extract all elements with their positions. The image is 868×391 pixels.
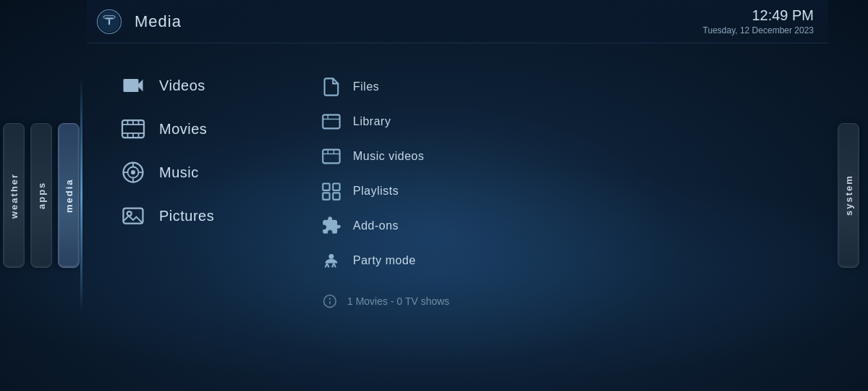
submenu-item-files[interactable]: Files — [311, 71, 470, 103]
current-time: 12:49 PM — [703, 7, 814, 24]
svg-rect-25 — [323, 150, 339, 164]
tesla-logo — [94, 7, 124, 37]
sub-menu: Files Library Music video — [311, 65, 470, 319]
header: Media 12:49 PM Tuesday, 12 December 2023 — [87, 0, 828, 43]
submenu-item-party-mode[interactable]: Party mode — [311, 245, 470, 277]
main-menu: Videos Movies — [109, 65, 268, 236]
sidebar-item-media[interactable]: media — [55, 0, 82, 391]
submenu-item-playlists[interactable]: Playlists — [311, 175, 470, 207]
add-ons-label: Add-ons — [353, 219, 399, 232]
playlists-label: Playlists — [353, 185, 399, 198]
main-content: Videos Movies — [94, 43, 825, 391]
submenu-item-add-ons[interactable]: Add-ons — [311, 210, 470, 242]
apps-tab-label: apps — [36, 182, 47, 209]
svg-rect-3 — [109, 19, 110, 25]
files-icon — [321, 77, 341, 97]
playlists-icon — [321, 181, 341, 201]
system-tab-label: system — [843, 175, 854, 216]
svg-point-33 — [329, 254, 334, 259]
svg-rect-32 — [333, 193, 339, 199]
sidebar-item-weather[interactable]: weather — [0, 0, 27, 391]
media-info: 1 Movies - 0 TV shows — [347, 295, 449, 307]
svg-rect-29 — [323, 184, 329, 190]
music-icon — [120, 159, 146, 185]
videos-label: Videos — [159, 77, 205, 94]
left-sidebar: weather apps media — [0, 0, 87, 391]
add-ons-icon — [321, 216, 341, 236]
svg-rect-2 — [106, 17, 114, 19]
music-videos-label: Music videos — [353, 150, 424, 163]
svg-rect-22 — [323, 115, 339, 129]
menu-item-music[interactable]: Music — [109, 152, 268, 193]
right-sidebar: system — [828, 0, 868, 391]
current-date: Tuesday, 12 December 2023 — [703, 25, 814, 35]
files-label: Files — [353, 80, 379, 93]
info-row: 1 Movies - 0 TV shows — [311, 284, 470, 319]
party-mode-icon — [321, 251, 341, 271]
info-icon — [321, 293, 339, 310]
pictures-icon — [120, 203, 146, 229]
media-tab-label: media — [64, 178, 75, 213]
movies-icon — [120, 116, 146, 142]
page-title: Media — [135, 12, 182, 31]
sidebar-item-apps[interactable]: apps — [27, 0, 55, 391]
music-videos-icon — [321, 146, 341, 167]
menu-item-videos[interactable]: Videos — [109, 65, 268, 106]
music-label: Music — [159, 164, 199, 181]
svg-point-21 — [127, 211, 132, 216]
svg-point-15 — [131, 170, 135, 175]
sidebar-item-system[interactable]: system — [835, 0, 862, 391]
svg-rect-31 — [323, 193, 329, 199]
library-label: Library — [353, 115, 391, 128]
party-mode-label: Party mode — [353, 254, 416, 267]
submenu-item-music-videos[interactable]: Music videos — [311, 140, 470, 172]
svg-rect-30 — [333, 184, 339, 190]
weather-tab-label: weather — [9, 172, 20, 218]
submenu-item-library[interactable]: Library — [311, 106, 470, 138]
header-left: Media — [94, 7, 182, 37]
videos-icon — [120, 72, 146, 98]
menu-item-pictures[interactable]: Pictures — [109, 196, 268, 236]
menu-item-movies[interactable]: Movies — [109, 109, 268, 149]
library-icon — [321, 112, 341, 132]
pictures-label: Pictures — [159, 208, 214, 224]
header-right: 12:49 PM Tuesday, 12 December 2023 — [703, 7, 814, 35]
movies-label: Movies — [159, 121, 207, 138]
